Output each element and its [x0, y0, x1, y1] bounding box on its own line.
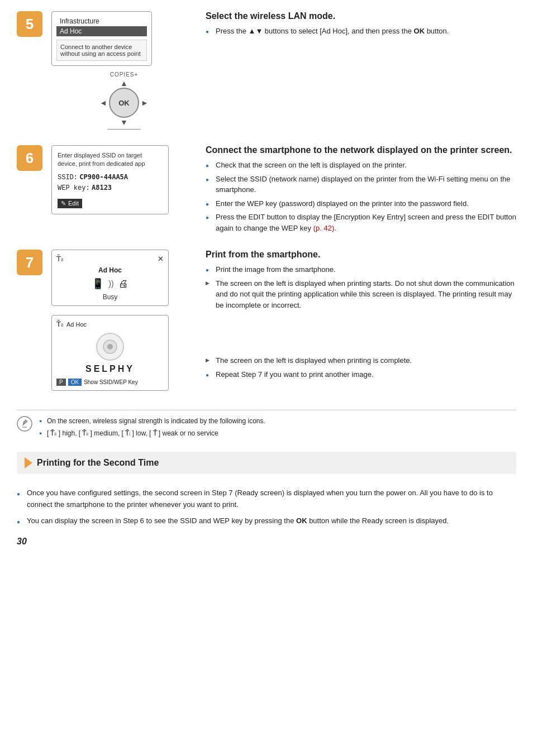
adhoc-label-complete: Ad Hoc [66, 321, 87, 328]
busy-screen-header: T̄ᵢₗ ✕ [56, 255, 164, 263]
note-section: On the screen, wireless signal strength … [17, 410, 516, 441]
step-6-number: 6 [17, 145, 42, 171]
step-5-screen: Infrastructure Ad Hoc Connect to another… [51, 11, 152, 66]
step-6-row: 6 Enter displayed SSID on target device,… [17, 145, 516, 236]
arrow-right-icon: ► [139, 98, 150, 107]
ssid-value: CP900-44AA5A [79, 173, 128, 181]
page-ref: (p. 42) [313, 224, 335, 232]
wep-line: WEP key: A8123 [58, 184, 163, 192]
step-7-text: Print from the smartphone. Print the ima… [206, 250, 516, 382]
step-5-bullet-1: Press the ▲▼ buttons to select [Ad Hoc],… [206, 26, 516, 37]
menu-adhoc: Ad Hoc [56, 26, 147, 36]
note-pencil-icon [17, 416, 32, 435]
copies-label: COPIES+ [110, 71, 139, 78]
edit-label: Edit [68, 200, 79, 207]
second-time-bullet-2: You can display the screen in Step 6 to … [17, 515, 516, 527]
selphy-logo-svg [102, 338, 118, 355]
step-5-visual: Infrastructure Ad Hoc Connect to another… [51, 11, 197, 132]
selphy-buttons: P OK Show SSID/WEP Key [56, 379, 164, 386]
note-bullet-1: On the screen, wireless signal strength … [39, 416, 516, 426]
wep-value: A8123 [92, 184, 112, 192]
step-5-title: Select the wireless LAN mode. [206, 11, 516, 21]
step-7-title: Print from the smartphone. [206, 250, 516, 260]
step-7-bullet-3: The screen on the left is displayed when… [206, 355, 516, 366]
page-number: 30 [17, 537, 516, 547]
signal-icon: T̄ᵢₗ [56, 255, 63, 263]
step-7-bullet-4: Repeat Step 7 if you want to print anoth… [206, 369, 516, 380]
ssid-label: SSID: [58, 174, 78, 181]
btn-ok[interactable]: OK [68, 379, 82, 386]
signal-icon-complete: T̄ᵢₗ [56, 320, 63, 328]
step-6-bullet-4: Press the EDIT button to display the [En… [206, 212, 516, 233]
step-5-row: 5 Infrastructure Ad Hoc Connect to anoth… [17, 11, 516, 132]
arrow-down-icon: ▼ [118, 118, 130, 127]
adhoc-tooltip: Connect to another device without using … [56, 40, 147, 61]
step-6-title: Connect the smartphone to the network di… [206, 145, 516, 155]
busy-screen-title: Ad Hoc [56, 266, 164, 274]
waves-icon: )) [108, 279, 113, 288]
svg-point-1 [107, 344, 113, 350]
second-time-section: Printing for the Second Time [17, 452, 516, 474]
close-icon: ✕ [158, 255, 164, 263]
edit-bar[interactable]: ✎ Edit [58, 199, 82, 208]
selphy-logo [96, 333, 124, 361]
device-illustration: 📱 )) 🖨 [56, 277, 164, 290]
step-7-bullet-2: The screen on the left is displayed when… [206, 278, 516, 311]
note-bullets: On the screen, wireless signal strength … [39, 416, 516, 441]
second-time-title-text: Printing for the Second Time [37, 458, 159, 468]
ok-reference: OK [296, 516, 307, 525]
second-time-bullet-1: Once you have configured settings, the s… [17, 487, 516, 511]
ok-button[interactable]: OK [109, 88, 139, 118]
step-5-bullets: Press the ▲▼ buttons to select [Ad Hoc],… [206, 26, 516, 37]
arrow-left-icon: ◄ [98, 98, 109, 107]
note-bullet-2: [ T̄ᵢₗ ] high, [ T̄ᵢₗ ] medium, [ T̄ᵢ ] … [39, 428, 516, 438]
printer-icon: 🖨 [118, 278, 129, 290]
ok-row: ◄ OK ► [98, 88, 150, 118]
busy-status: Busy [56, 293, 164, 301]
step-5-number: 5 [17, 11, 42, 37]
show-ssid-label: Show SSID/WEP Key [84, 379, 138, 385]
step-7-bullet-1: Print the image from the smartphone. [206, 264, 516, 275]
second-time-bullets: Once you have configured settings, the s… [17, 487, 516, 531]
step-6-bullet-1: Check that the screen on the left is dis… [206, 160, 516, 171]
step-6-desc: Enter displayed SSID on target device, p… [58, 151, 163, 169]
step-5-text: Select the wireless LAN mode. Press the … [206, 11, 516, 40]
btn-p[interactable]: P [56, 379, 66, 386]
ok-button-illustration: COPIES+ ▲ ◄ OK ► ▼ [51, 71, 197, 132]
edit-icon: ✎ [61, 200, 66, 207]
step-7-row: 7 T̄ᵢₗ ✕ Ad Hoc 📱 )) 🖨 Busy T̄ᵢₗ [17, 250, 516, 391]
selphy-header: T̄ᵢₗ Ad Hoc [56, 320, 164, 328]
step-7-print-bullets: Print the image from the smartphone. The… [206, 264, 516, 310]
title-triangle-icon [25, 457, 32, 468]
step-7-visual: T̄ᵢₗ ✕ Ad Hoc 📱 )) 🖨 Busy T̄ᵢₗ Ad Hoc [51, 250, 197, 391]
step-6-text: Connect the smartphone to the network di… [206, 145, 516, 236]
step-7-number: 7 [17, 250, 42, 275]
phone-icon: 📱 [92, 277, 104, 290]
ssid-line: SSID: CP900-44AA5A [58, 173, 163, 181]
step-6-bullet-2: Select the SSID (network name) displayed… [206, 174, 516, 195]
step-6-screen: Enter displayed SSID on target device, p… [51, 145, 169, 214]
page-content: 5 Infrastructure Ad Hoc Connect to anoth… [17, 11, 516, 547]
arrow-up-icon: ▲ [118, 79, 130, 88]
ok-arrows: ▲ ◄ OK ► ▼ [98, 79, 150, 127]
step-7-complete-bullets: The screen on the left is displayed when… [206, 355, 516, 380]
menu-infrastructure: Infrastructure [56, 16, 147, 26]
step-7-busy-screen: T̄ᵢₗ ✕ Ad Hoc 📱 )) 🖨 Busy [51, 250, 169, 306]
selphy-name: SELPHY [56, 364, 164, 374]
step-6-bullet-3: Enter the WEP key (password) displayed o… [206, 198, 516, 209]
wep-label: WEP key: [58, 184, 90, 192]
step-6-visual: Enter displayed SSID on target device, p… [51, 145, 197, 214]
second-time-title: Printing for the Second Time [25, 457, 508, 468]
dash-line [107, 129, 141, 130]
step-7-complete-screen: T̄ᵢₗ Ad Hoc SELPHY P OK Show SSID/WEP Ke… [51, 315, 169, 391]
step-6-bullets: Check that the screen on the left is dis… [206, 160, 516, 233]
